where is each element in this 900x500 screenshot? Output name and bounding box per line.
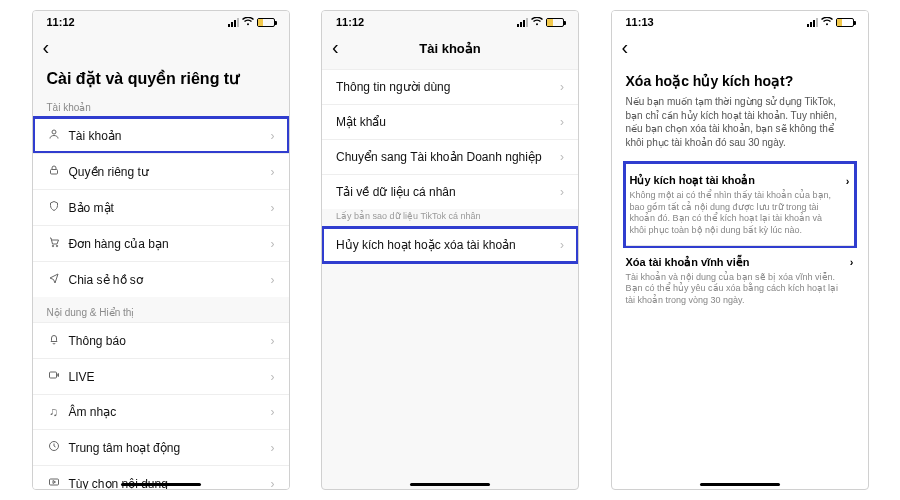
chevron-right-icon: ›: [271, 237, 275, 251]
clock-icon: [47, 440, 61, 455]
row-orders[interactable]: Đơn hàng của bạn ›: [33, 225, 289, 261]
home-indicator[interactable]: [700, 483, 780, 486]
video-icon: [47, 476, 61, 489]
row-label: Thông tin người dùng: [336, 80, 552, 94]
option-deactivate[interactable]: Hủy kích hoạt tài khoản › Không một ai c…: [626, 164, 854, 245]
svg-rect-4: [49, 372, 56, 378]
row-password[interactable]: Mật khẩu ›: [322, 104, 578, 139]
chevron-right-icon: ›: [271, 334, 275, 348]
status-right: [228, 17, 275, 28]
option-title: Hủy kích hoạt tài khoản: [630, 174, 756, 187]
wifi-icon: [531, 17, 543, 28]
music-icon: ♫: [47, 405, 61, 419]
row-user-info[interactable]: Thông tin người dùng ›: [322, 69, 578, 104]
wifi-icon: [821, 17, 833, 28]
chevron-right-icon: ›: [560, 115, 564, 129]
screen-settings: 11:12 ‹ Cài đặt và quyền riêng tư Tài kh…: [32, 10, 290, 490]
back-icon[interactable]: ‹: [332, 37, 339, 57]
question-title: Xóa hoặc hủy kích hoạt?: [626, 73, 854, 89]
row-label: Tài khoản: [69, 129, 263, 143]
row-label: Quyền riêng tư: [69, 165, 263, 179]
status-right: [517, 17, 564, 28]
chevron-right-icon: ›: [560, 150, 564, 164]
chevron-right-icon: ›: [271, 405, 275, 419]
status-time: 11:12: [47, 16, 75, 28]
svg-point-2: [52, 245, 54, 247]
svg-rect-1: [50, 170, 57, 175]
screen-deactivate-choice: 11:13 ‹ Xóa hoặc hủy kích hoạt? Nếu bạn …: [611, 10, 869, 490]
chevron-right-icon: ›: [271, 201, 275, 215]
home-indicator[interactable]: [410, 483, 490, 486]
row-label: Chia sẻ hồ sơ: [69, 273, 263, 287]
wifi-icon: [242, 17, 254, 28]
row-label: Thông báo: [69, 334, 263, 348]
status-bar: 11:12: [33, 11, 289, 33]
option-desc: Tài khoản và nội dung của bạn sẽ bị xóa …: [626, 272, 854, 307]
row-label: Bảo mật: [69, 201, 263, 215]
row-account[interactable]: Tài khoản ›: [33, 117, 289, 153]
row-live[interactable]: LIVE ›: [33, 358, 289, 394]
row-security[interactable]: Bảo mật ›: [33, 189, 289, 225]
nav-title: Tài khoản: [419, 41, 480, 56]
chevron-right-icon: ›: [560, 185, 564, 199]
nav-bar: ‹: [33, 33, 289, 63]
row-download-note: Lấy bản sao dữ liệu TikTok cá nhân: [322, 209, 578, 227]
chevron-right-icon: ›: [271, 165, 275, 179]
screen-body: Xóa hoặc hủy kích hoạt? Nếu bạn muốn tạm…: [612, 63, 868, 489]
chevron-right-icon: ›: [271, 129, 275, 143]
nav-bar: ‹: [612, 33, 868, 63]
row-label: Mật khẩu: [336, 115, 552, 129]
row-switch-business[interactable]: Chuyển sang Tài khoản Doanh nghiệp ›: [322, 139, 578, 174]
row-share[interactable]: Chia sẻ hồ sơ ›: [33, 261, 289, 297]
row-notifications[interactable]: Thông báo ›: [33, 322, 289, 358]
row-download-data[interactable]: Tải về dữ liệu cá nhân ›: [322, 174, 578, 209]
status-bar: 11:13: [612, 11, 868, 33]
chevron-right-icon: ›: [271, 441, 275, 455]
share-icon: [47, 272, 61, 287]
row-label: Chuyển sang Tài khoản Doanh nghiệp: [336, 150, 552, 164]
chevron-right-icon: ›: [560, 238, 564, 252]
svg-point-3: [56, 245, 58, 247]
option-delete[interactable]: Xóa tài khoản vĩnh viễn › Tài khoản và n…: [626, 245, 854, 315]
row-label: Hủy kích hoạt hoặc xóa tài khoản: [336, 238, 552, 252]
battery-icon: [546, 18, 564, 27]
nav-bar: ‹ Tài khoản: [322, 33, 578, 63]
chevron-right-icon: ›: [850, 256, 854, 268]
row-deactivate-delete[interactable]: Hủy kích hoạt hoặc xóa tài khoản ›: [322, 227, 578, 263]
battery-icon: [257, 18, 275, 27]
cart-icon: [47, 236, 61, 251]
row-label: Đơn hàng của bạn: [69, 237, 263, 251]
status-time: 11:12: [336, 16, 364, 28]
screen-account: 11:12 ‹ Tài khoản Thông tin người dùng ›…: [321, 10, 579, 490]
status-time: 11:13: [626, 16, 654, 28]
back-icon[interactable]: ‹: [622, 37, 629, 57]
question-desc: Nếu bạn muốn tạm thời ngừng sử dụng TikT…: [626, 95, 854, 149]
signal-icon: [228, 18, 239, 27]
chevron-right-icon: ›: [560, 80, 564, 94]
row-label: Tải về dữ liệu cá nhân: [336, 185, 552, 199]
chevron-right-icon: ›: [271, 273, 275, 287]
row-music[interactable]: ♫ Âm nhạc ›: [33, 394, 289, 429]
back-icon[interactable]: ‹: [43, 37, 50, 57]
row-label: LIVE: [69, 370, 263, 384]
option-desc: Không một ai có thể nhìn thấy tài khoản …: [630, 190, 850, 237]
row-label: Âm nhạc: [69, 405, 263, 419]
section-label-account: Tài khoản: [33, 98, 289, 117]
lock-icon: [47, 164, 61, 179]
bell-icon: [47, 333, 61, 348]
row-label: Trung tâm hoạt động: [69, 441, 263, 455]
svg-point-0: [52, 130, 56, 134]
svg-rect-6: [49, 479, 58, 485]
status-right: [807, 17, 854, 28]
screen-body: Cài đặt và quyền riêng tư Tài khoản Tài …: [33, 63, 289, 489]
status-bar: 11:12: [322, 11, 578, 33]
option-title: Xóa tài khoản vĩnh viễn: [626, 256, 750, 269]
section-label-content: Nội dung & Hiển thị: [33, 297, 289, 322]
row-activity[interactable]: Trung tâm hoạt động ›: [33, 429, 289, 465]
page-title: Cài đặt và quyền riêng tư: [33, 63, 289, 98]
live-icon: [47, 369, 61, 384]
chevron-right-icon: ›: [271, 370, 275, 384]
home-indicator[interactable]: [121, 483, 201, 486]
chevron-right-icon: ›: [846, 175, 850, 187]
row-privacy[interactable]: Quyền riêng tư ›: [33, 153, 289, 189]
